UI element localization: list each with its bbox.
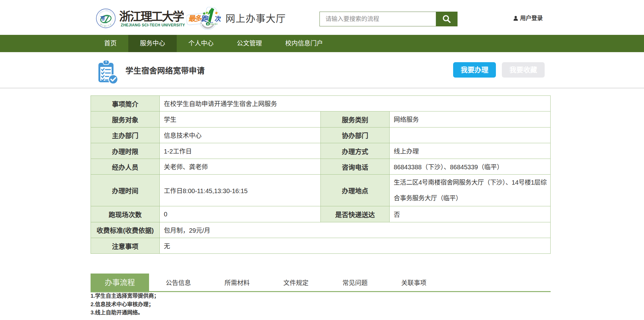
svg-text:学: 学 [110, 24, 112, 25]
svg-text:H: H [100, 12, 101, 13]
svg-text:0: 0 [207, 22, 209, 26]
svg-text:大: 大 [108, 24, 110, 27]
svg-text:N: N [107, 10, 108, 11]
svg-text:浙: 浙 [100, 24, 102, 26]
svg-text:I: I [105, 10, 105, 11]
svg-text:U: U [112, 14, 113, 15]
svg-text:ONCE ONLY: ONCE ONLY [209, 23, 218, 25]
svg-text:最多: 最多 [188, 15, 203, 23]
svg-text:江: 江 [102, 24, 104, 27]
svg-text:G: G [108, 10, 109, 12]
svg-text:理: 理 [104, 25, 106, 27]
svg-text:工: 工 [106, 25, 108, 27]
svg-text:J: J [103, 10, 104, 12]
svg-text:次: 次 [214, 15, 221, 22]
